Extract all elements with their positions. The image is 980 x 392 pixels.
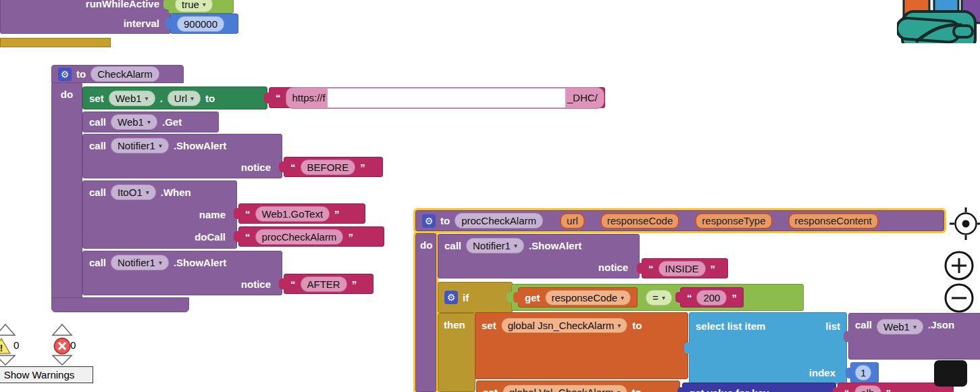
call-label: call — [855, 319, 872, 330]
operator-dropdown[interactable]: = ▾ — [646, 290, 672, 305]
doccall-text-block[interactable]: “ procCheckAlarm ” — [238, 226, 384, 247]
param-url[interactable]: url — [560, 213, 585, 229]
call-itoo-when-block[interactable]: call ItoO1 ▾ .When name doCall — [82, 180, 237, 249]
to-label: to — [632, 387, 642, 392]
gear-icon[interactable]: ⚙ — [444, 291, 458, 304]
text-200-field[interactable]: 200 — [696, 290, 727, 305]
true-dropdown[interactable]: true ▾ — [175, 0, 213, 12]
show-warnings-button[interactable]: Show Warnings — [0, 366, 93, 383]
param-responsecode[interactable]: responseCode — [600, 213, 680, 229]
warning-up-arrow[interactable] — [0, 324, 15, 335]
param-responsecontent[interactable]: responseContent — [788, 213, 879, 229]
index-number-block[interactable]: 1 — [850, 362, 879, 383]
component-dropdown-notifier1[interactable]: Notifier1 ▾ — [111, 255, 169, 270]
doccall-text-field[interactable]: procCheckAlarm — [255, 229, 344, 245]
redaction-overlay — [328, 89, 565, 107]
get-label: get — [525, 292, 540, 303]
set-weburl-block[interactable]: set Web1 ▾ . Url ▾ to — [82, 87, 267, 109]
get-value-for-key-block[interactable]: get value for key — [682, 383, 836, 392]
text-200-block[interactable]: “ 200 ” — [680, 287, 744, 308]
component-dropdown-itoo1[interactable]: ItoO1 ▾ — [111, 185, 156, 200]
then-spine[interactable]: then — [438, 313, 475, 392]
chevron-down-icon: ▾ — [203, 0, 206, 11]
get-responsecode-block[interactable]: get responseCode ▾ — [518, 287, 638, 308]
component-dropdown-web1[interactable]: Web1 ▾ — [111, 114, 157, 130]
trash-can[interactable] — [934, 360, 967, 387]
gotext-text-field[interactable]: Web1.GoText — [255, 206, 330, 222]
before-text-field[interactable]: BEFORE — [301, 160, 356, 175]
call-label: call — [89, 187, 106, 198]
inside-text-block[interactable]: “ INSIDE ” — [642, 258, 728, 278]
proccheckalarm-header[interactable]: ⚙ to procCheckAlarm url responseCode res… — [415, 210, 944, 231]
checkalarm-do-spine[interactable]: do — [51, 82, 82, 299]
gear-icon[interactable]: ⚙ — [58, 68, 72, 81]
logic-true-block[interactable]: true ▾ — [168, 0, 234, 14]
key-text-field[interactable]: alb — [854, 385, 881, 392]
call-label: call — [89, 140, 106, 151]
timer-event-block[interactable]: runWhileActive interval — [0, 0, 171, 34]
chevron-down-icon: ▾ — [617, 319, 621, 332]
open-quote: “ — [687, 292, 692, 303]
select-list-item-block[interactable]: select list item list index — [689, 312, 847, 384]
equals-value: = — [652, 291, 659, 304]
web1-value: Web1 — [118, 116, 144, 128]
zoom-in-button[interactable] — [946, 252, 973, 279]
after-text-field[interactable]: AFTER — [301, 276, 347, 292]
if-block-header[interactable]: ⚙ if — [438, 282, 513, 313]
then-label: then — [444, 319, 465, 330]
method-label: .ShowAlert — [174, 257, 226, 268]
global-val-var-dropdown[interactable]: global Val_CheckAlarm ▾ — [502, 385, 627, 392]
set-global-jsn-block[interactable]: set global Jsn_CheckAlarm ▾ to — [475, 312, 688, 379]
url-text-block[interactable]: “ https://f _DHC/ ” — [269, 87, 605, 108]
interval-number-block[interactable]: 900000 — [170, 14, 238, 34]
after-text-block[interactable]: “ AFTER ” — [284, 274, 373, 294]
global-val-value: global Val_CheckAlarm — [509, 386, 614, 392]
notice-arg-label: notice — [83, 156, 282, 178]
call-web-json-block[interactable]: call Web1 ▾ .Json — [848, 313, 980, 360]
component-dropdown-web1[interactable]: Web1 ▾ — [109, 91, 155, 106]
chevron-down-icon: ▾ — [190, 92, 194, 105]
responsecode-var-dropdown[interactable]: responseCode ▾ — [545, 290, 631, 305]
equals-comparison-block[interactable]: get responseCode ▾ = ▾ “ 200 ” — [511, 284, 804, 311]
global-jsn-var-dropdown[interactable]: global Jsn_CheckAlarm ▾ — [501, 318, 628, 333]
gotext-text-block[interactable]: “ Web1.GoText ” — [238, 203, 365, 224]
backpack-icon[interactable] — [897, 0, 980, 43]
error-down-arrow[interactable] — [53, 356, 72, 365]
blocks-workspace[interactable]: runWhileActive interval true ▾ 900000 ⚙ … — [0, 0, 980, 392]
zoom-out-button[interactable] — [946, 285, 973, 312]
component-dropdown-notifier1[interactable]: Notifier1 ▾ — [466, 238, 524, 253]
warning-down-arrow[interactable] — [0, 356, 15, 365]
error-up-arrow[interactable] — [53, 324, 72, 335]
checkalarm-proc-header[interactable]: ⚙ to CheckAlarm — [51, 65, 184, 83]
do-label: do — [61, 89, 73, 100]
inside-text-field[interactable]: INSIDE — [659, 261, 706, 276]
param-responsetype[interactable]: responseType — [695, 213, 772, 229]
to-label: to — [205, 93, 215, 104]
index-value-field[interactable]: 1 — [855, 365, 871, 381]
select-list-item-label: select list item — [696, 320, 765, 332]
center-workspace-button[interactable] — [950, 207, 980, 240]
call-showalert-before-block[interactable]: call Notifier1 ▾ .ShowAlert notice — [82, 134, 282, 178]
proccheckalarm-do-spine[interactable]: do — [415, 233, 436, 392]
call-showalert-inside-block[interactable]: call Notifier1 ▾ .ShowAlert notice — [438, 234, 640, 278]
open-quote: “ — [290, 162, 296, 173]
proccheckalarm-name-field[interactable]: procCheckAlarm — [455, 213, 543, 228]
gear-icon[interactable]: ⚙ — [422, 214, 436, 228]
call-webget-block[interactable]: call Web1 ▾ .Get — [82, 112, 219, 132]
close-quote: ” — [352, 278, 357, 290]
call-showalert-after-block[interactable]: call Notifier1 ▾ .ShowAlert notice — [82, 251, 282, 295]
url-text-field[interactable]: https://f _DHC/ — [286, 87, 604, 109]
checkalarm-name-field[interactable]: CheckAlarm — [91, 66, 159, 82]
component-dropdown-web1[interactable]: Web1 ▾ — [877, 319, 923, 335]
chevron-down-icon: ▾ — [159, 256, 162, 269]
notifier1-value: Notifier1 — [118, 139, 155, 152]
to-label: to — [632, 320, 642, 331]
interval-value-field[interactable]: 900000 — [177, 16, 224, 32]
before-text-block[interactable]: “ BEFORE ” — [284, 157, 383, 177]
component-dropdown-notifier1[interactable]: Notifier1 ▾ — [111, 138, 169, 153]
checkalarm-bottom-bar[interactable] — [51, 297, 189, 312]
set-global-val-block[interactable]: set global Val_CheckAlarm ▾ to — [476, 381, 680, 392]
property-dropdown-url[interactable]: Url ▾ — [167, 91, 201, 106]
collapsed-gold-block[interactable] — [0, 38, 111, 47]
chevron-down-icon: ▾ — [147, 116, 151, 128]
